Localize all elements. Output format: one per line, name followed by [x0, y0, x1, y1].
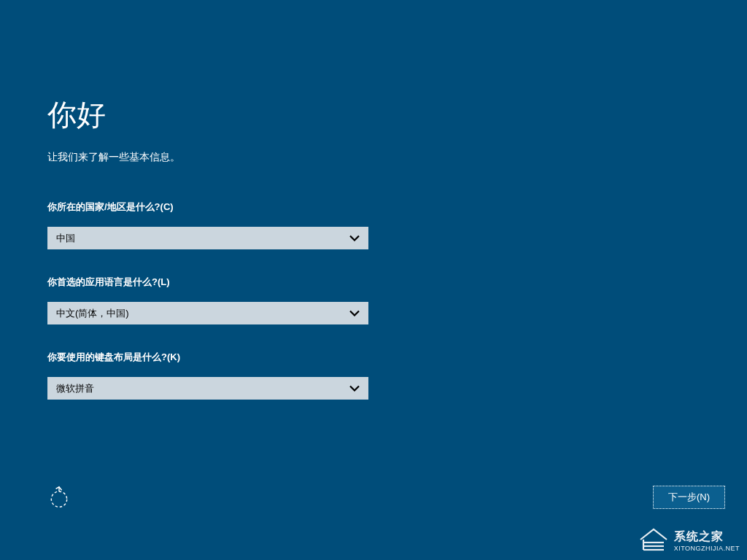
keyboard-form-group: 你要使用的键盘布局是什么?(K) 微软拼音: [47, 351, 700, 400]
watermark-title: 系统之家: [674, 529, 740, 545]
chevron-down-icon: [349, 384, 360, 394]
country-dropdown[interactable]: 中国: [47, 227, 368, 249]
language-value: 中文(简体，中国): [56, 307, 129, 320]
watermark-text: 系统之家 XITONGZHIJIA.NET: [674, 529, 740, 552]
page-subtitle: 让我们来了解一些基本信息。: [47, 151, 700, 164]
chevron-down-icon: [349, 308, 360, 319]
watermark: 系统之家 XITONGZHIJIA.NET: [638, 526, 740, 554]
svg-point-0: [51, 491, 66, 507]
language-label: 你首选的应用语言是什么?(L): [47, 276, 700, 289]
country-label: 你所在的国家/地区是什么?(C): [47, 201, 700, 214]
language-dropdown[interactable]: 中文(简体，中国): [47, 302, 368, 324]
next-button[interactable]: 下一步(N): [653, 486, 725, 509]
chevron-down-icon: [349, 233, 360, 244]
country-form-group: 你所在的国家/地区是什么?(C) 中国: [47, 201, 700, 249]
accessibility-icon[interactable]: [47, 486, 71, 509]
keyboard-dropdown[interactable]: 微软拼音: [47, 377, 368, 400]
watermark-logo-icon: [638, 526, 670, 554]
keyboard-label: 你要使用的键盘布局是什么?(K): [47, 351, 700, 364]
country-value: 中国: [56, 232, 75, 245]
keyboard-value: 微软拼音: [56, 382, 94, 395]
watermark-url: XITONGZHIJIA.NET: [674, 545, 740, 552]
language-form-group: 你首选的应用语言是什么?(L) 中文(简体，中国): [47, 276, 700, 324]
footer: 下一步(N): [0, 486, 747, 509]
page-title: 你好: [47, 95, 700, 135]
